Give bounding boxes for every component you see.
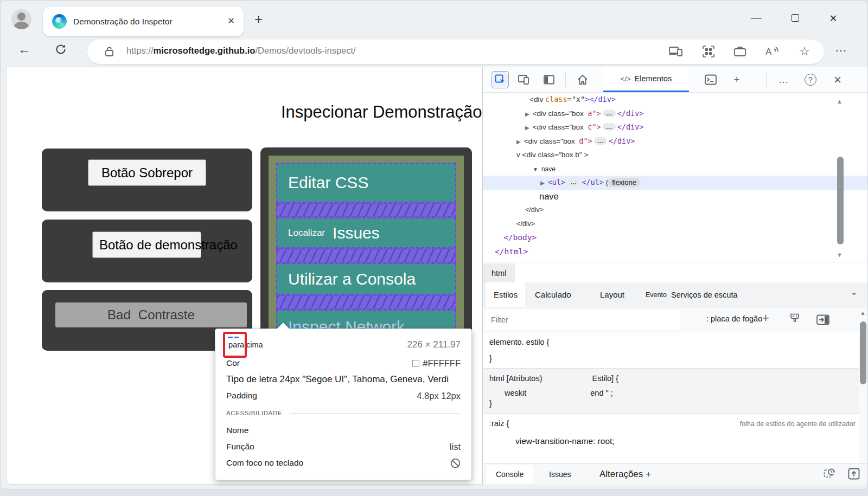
dom-node[interactable]: </div>	[483, 217, 867, 231]
tab-layout[interactable]: Layout	[600, 282, 624, 307]
address-bar[interactable]: https://microsoftedge.github.io/Demos/de…	[87, 40, 824, 64]
tooltip-padding-label: Padding	[226, 391, 257, 401]
breadcrumb-html[interactable]: html	[483, 263, 515, 283]
rule-element-style[interactable]: elemento. estilo { }	[483, 332, 859, 369]
bad-contrast-button[interactable]: BadContraste	[55, 302, 247, 327]
flex-badge[interactable]: flexione	[608, 178, 640, 187]
send-to-devices-icon[interactable]	[669, 46, 683, 57]
home-button[interactable]	[574, 71, 591, 88]
dom-node[interactable]: ▶<div class="box a">…</div>	[483, 107, 867, 121]
window-minimize-button[interactable]: —	[747, 11, 765, 27]
inspect-element-button[interactable]	[492, 71, 509, 88]
profile-avatar[interactable]	[11, 9, 31, 29]
expand-arrow-icon[interactable]: ▶	[525, 125, 529, 131]
ellipsis-button[interactable]: …	[567, 178, 580, 186]
url-text[interactable]: https://microsoftedge.github.io/Demos/de…	[126, 46, 356, 56]
scroll-down-icon: ▼	[837, 252, 843, 258]
tooltip-element-name: para cima	[228, 340, 263, 349]
browser-menu-button[interactable]: …	[835, 41, 848, 55]
drawer-tab-changes[interactable]: Alterações +	[599, 465, 651, 484]
tab-event-listeners[interactable]: Serviços de escuta	[671, 282, 738, 307]
devtools-toolbar: </> Elementos + … ? ✕	[483, 67, 867, 93]
favorite-star-icon[interactable]: ☆	[799, 45, 810, 58]
tab-event[interactable]: Evento	[646, 282, 667, 307]
refresh-activity-icon[interactable]	[824, 468, 836, 480]
new-style-rule-button[interactable]: +	[762, 311, 769, 325]
expand-panel-icon[interactable]	[848, 468, 860, 480]
dom-node[interactable]: </body>	[483, 231, 867, 245]
tab-computed[interactable]: Calculado	[535, 282, 571, 307]
window-close-button[interactable]: ✕	[824, 11, 843, 27]
dom-node[interactable]: ▶<div class="box c">…</div>	[483, 120, 867, 134]
devtools-help-button[interactable]: ?	[802, 71, 819, 88]
toolbar-divider	[565, 72, 566, 87]
drawer-tab-console[interactable]: Console	[486, 465, 533, 484]
tab-close-icon[interactable]: ✕	[228, 16, 235, 26]
new-tab-button[interactable]: +	[254, 11, 263, 28]
ellipsis-button[interactable]: …	[603, 109, 616, 117]
apps-icon[interactable]	[703, 46, 714, 57]
dom-node[interactable]: v <div class="box b" >	[483, 148, 867, 162]
not-focusable-icon	[450, 458, 461, 468]
toggle-panel-icon[interactable]	[816, 314, 829, 325]
rule-html-attributes[interactable]: html [Atributos)Estilo] { weskitend " ; …	[483, 369, 859, 414]
link-find-issues[interactable]: LocalizarIssues	[276, 217, 456, 248]
tooltip-role-label: Função	[226, 442, 254, 452]
browser-tab[interactable]: Demonstração do Inspetor ✕	[43, 7, 244, 36]
tooltip-color-label: Cor	[226, 358, 240, 368]
page-title: Inspecionar Demonstração	[281, 102, 482, 122]
window-maximize-button[interactable]	[786, 11, 805, 27]
dom-node[interactable]: </html>	[483, 245, 867, 259]
scrollbar-thumb	[837, 157, 844, 244]
dom-node[interactable]: ▶<div class="box d">…</div>	[483, 134, 867, 149]
tab-styles[interactable]: Estilos	[486, 282, 525, 307]
link-use-console[interactable]: Utilizar a Consola	[276, 263, 456, 295]
devtools-panel: </> Elementos + … ? ✕ <div class="x"></d…	[482, 67, 867, 485]
dom-node[interactable]: nave	[483, 190, 867, 204]
element-badge-icon	[228, 337, 233, 338]
overlap-button[interactable]: Botão Sobrepor	[88, 159, 206, 186]
dom-node[interactable]: <div class="x"></div>	[483, 93, 867, 107]
paintbrush-icon[interactable]	[789, 313, 800, 325]
expand-arrow-icon[interactable]: ▶	[540, 180, 545, 186]
tooltip-focusable-label: Com foco no teclado	[226, 458, 303, 468]
expand-arrow-icon[interactable]: ▶	[525, 111, 529, 117]
styles-scrollbar[interactable]: ▲ ▼	[859, 307, 867, 485]
dock-side-button[interactable]	[540, 71, 558, 88]
device-emulation-button[interactable]	[515, 71, 533, 88]
dom-tree: <div class="x"></div> ▶<div class="box a…	[483, 93, 867, 262]
console-drawer-button[interactable]	[702, 71, 719, 88]
tooltip-dimensions: 226 × 211.97	[407, 339, 461, 350]
reload-button[interactable]	[55, 43, 67, 59]
devtools-more-button[interactable]: …	[775, 71, 792, 88]
element-badge-icon	[234, 337, 239, 338]
rule-root[interactable]: :raiz { folha de estilos do agente de ut…	[483, 414, 859, 452]
back-button[interactable]: ←	[18, 42, 31, 57]
read-aloud-icon[interactable]: A	[765, 46, 780, 57]
link-edit-css[interactable]: Editar CSS	[276, 163, 456, 203]
code-icon: </>	[621, 75, 631, 83]
ellipsis-button[interactable]: …	[594, 137, 607, 145]
demo-button[interactable]: Botão de demonstração	[92, 231, 201, 258]
navigation-bar: ← https://microsoftedge.github.io/Demos/…	[1, 36, 867, 67]
devtools-close-button[interactable]: ✕	[829, 71, 846, 88]
expand-arrow-icon[interactable]: ▶	[516, 139, 521, 145]
tree-scrollbar[interactable]: ▲ ▼	[835, 98, 846, 258]
dom-node-selected[interactable]: ▶<ul>…</ul> (flexione	[483, 176, 867, 190]
ellipsis-button[interactable]: …	[603, 123, 616, 131]
add-panel-button[interactable]: +	[728, 71, 745, 88]
tooltip-padding-value: 4.8px 12px	[417, 391, 461, 401]
drawer-tab-issues[interactable]: Issues	[549, 465, 571, 484]
collapse-arrow-icon[interactable]: ▼	[533, 166, 538, 172]
hov-cls-toggle[interactable]: : placa de fogão	[706, 314, 762, 323]
breadcrumb-bar: html	[483, 262, 867, 282]
tooltip-color-value: #FFFFFF	[423, 358, 461, 369]
dom-node[interactable]: ▼nave	[483, 162, 867, 176]
tab-elements[interactable]: </> Elementos	[603, 67, 689, 92]
filter-input[interactable]	[486, 310, 680, 330]
dom-node[interactable]: </div>	[483, 203, 867, 217]
tab-strip: Demonstração do Inspetor ✕ + — ✕	[1, 1, 867, 36]
chevron-down-icon[interactable]: ⌄	[851, 287, 858, 297]
lock-icon[interactable]	[105, 46, 114, 59]
workspaces-briefcase-icon[interactable]	[734, 46, 746, 57]
